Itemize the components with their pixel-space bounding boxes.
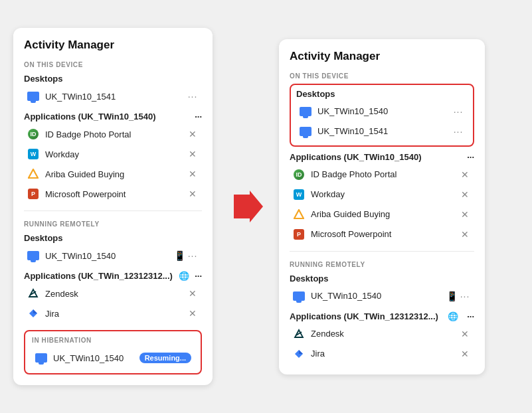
left-remote-apps-header: Applications (UK_TWin_12312312...) 🌐 ··· xyxy=(24,271,202,281)
left-panel-title: Activity Manager xyxy=(24,39,202,52)
close-button[interactable]: ✕ xyxy=(458,229,472,240)
desktop-icon xyxy=(292,289,306,303)
desktop-icon xyxy=(35,351,48,365)
close-button[interactable]: ✕ xyxy=(458,189,472,200)
powerpoint-icon: P xyxy=(292,228,306,241)
close-button[interactable]: ✕ xyxy=(186,288,199,299)
right-panel-title: Activity Manager xyxy=(290,50,474,63)
svg-marker-2 xyxy=(234,191,263,222)
list-item[interactable]: W Workday ✕ xyxy=(290,185,474,205)
close-button[interactable]: ✕ xyxy=(186,308,199,319)
mobile-icon: 📱 xyxy=(173,250,186,261)
left-running-remotely-label: RUNNING REMOTELY xyxy=(24,220,202,228)
close-button[interactable]: ✕ xyxy=(186,169,199,179)
arrow-indicator xyxy=(226,188,266,225)
badge-icon: ID xyxy=(27,127,40,141)
divider xyxy=(24,210,202,211)
left-on-this-device-label: ON THIS DEVICE xyxy=(24,61,202,68)
right-on-this-device-label: ON THIS DEVICE xyxy=(290,72,474,80)
more-options-button[interactable]: ··· xyxy=(452,126,465,137)
list-item[interactable]: Zendesk ✕ xyxy=(24,284,202,303)
right-applications-group-header: Applications (UK_TWin10_1540) ··· xyxy=(290,152,474,162)
list-item[interactable]: UK_TWin10_1540 📱 ··· xyxy=(290,286,474,306)
list-item[interactable]: W Workday ✕ xyxy=(24,144,202,164)
list-item[interactable]: Zendesk ✕ xyxy=(290,324,474,344)
list-item[interactable]: Ariba Guided Buying ✕ xyxy=(290,205,474,224)
close-button[interactable]: ✕ xyxy=(186,189,199,199)
list-item[interactable]: ID ID Badge Photo Portal ✕ xyxy=(290,165,474,185)
powerpoint-icon: P xyxy=(27,187,40,201)
list-item[interactable]: P Microsoft Powerpoint ✕ xyxy=(290,224,474,244)
close-button[interactable]: ✕ xyxy=(458,349,472,359)
right-remote-desktops-header: Desktops xyxy=(290,274,474,284)
right-running-remotely-label: RUNNING REMOTELY xyxy=(290,261,474,268)
workday-icon: W xyxy=(27,147,40,161)
svg-marker-3 xyxy=(294,210,304,218)
more-options-button[interactable]: ··· xyxy=(195,271,202,281)
globe-icon: 🌐 xyxy=(179,271,189,281)
list-item[interactable]: Ariba Guided Buying ✕ xyxy=(24,164,202,184)
list-item[interactable]: ID ID Badge Photo Portal ✕ xyxy=(24,124,202,144)
zendesk-icon xyxy=(27,287,40,300)
hibernation-label: IN HIBERNATION xyxy=(32,337,194,344)
more-options-button[interactable]: ··· xyxy=(458,291,472,301)
zendesk-icon xyxy=(292,327,306,341)
more-options-button[interactable]: ··· xyxy=(452,106,465,117)
right-desktops-group-header: Desktops xyxy=(296,89,468,99)
mobile-icon: 📱 xyxy=(445,291,458,301)
more-options-button[interactable]: ··· xyxy=(186,91,199,102)
list-item[interactable]: UK_TWin10_1541 ··· xyxy=(296,122,468,141)
desktop-icon xyxy=(27,90,40,103)
list-item[interactable]: UK_TWin10_1540 📱 ··· xyxy=(24,246,202,266)
close-button[interactable]: ✕ xyxy=(186,129,199,139)
selected-desktops-section: Desktops UK_TWin10_1540 ··· UK_TWin10_15… xyxy=(290,84,474,147)
list-item[interactable]: UK_TWin10_1540 ··· xyxy=(296,102,468,122)
badge-icon: ID xyxy=(292,168,306,181)
hibernation-item[interactable]: UK_TWin10_1540 Resuming... xyxy=(32,348,194,368)
close-button[interactable]: ✕ xyxy=(458,169,472,180)
list-item[interactable]: Jira ✕ xyxy=(290,344,474,364)
desktop-icon xyxy=(27,249,40,262)
left-remote-desktops-header: Desktops xyxy=(24,233,202,243)
left-applications-group-header: Applications (UK_TWin10_1540) ··· xyxy=(24,112,202,122)
left-desktops-group-header: Desktops xyxy=(24,74,202,84)
apps-more-options-button[interactable]: ··· xyxy=(195,112,202,122)
more-options-button[interactable]: ··· xyxy=(467,311,474,321)
desktop-icon xyxy=(299,105,312,118)
divider xyxy=(290,251,474,252)
close-button[interactable]: ✕ xyxy=(458,329,472,339)
workday-icon: W xyxy=(292,188,306,201)
list-item[interactable]: UK_TWin10_1541 ··· xyxy=(24,86,202,106)
right-remote-apps-header: Applications (UK_TWin_12312312...) 🌐 ··· xyxy=(290,311,474,321)
ariba-icon xyxy=(27,167,40,181)
close-button[interactable]: ✕ xyxy=(186,149,199,159)
list-item[interactable]: P Microsoft Powerpoint ✕ xyxy=(24,184,202,204)
jira-icon xyxy=(27,307,40,320)
close-button[interactable]: ✕ xyxy=(458,209,472,220)
desktop-icon xyxy=(299,125,312,138)
right-arrow-icon xyxy=(226,188,266,225)
right-activity-manager-panel: Activity Manager ON THIS DEVICE Desktops… xyxy=(279,39,485,374)
svg-marker-0 xyxy=(29,169,38,178)
jira-icon xyxy=(292,347,306,361)
left-activity-manager-panel: Activity Manager ON THIS DEVICE Desktops… xyxy=(13,28,213,385)
globe-icon: 🌐 xyxy=(448,311,458,321)
more-options-button[interactable]: ··· xyxy=(186,250,199,261)
resuming-badge: Resuming... xyxy=(139,353,191,363)
list-item[interactable]: Jira ✕ xyxy=(24,303,202,323)
apps-more-options-button[interactable]: ··· xyxy=(467,152,474,162)
hibernation-section: IN HIBERNATION UK_TWin10_1540 Resuming..… xyxy=(24,330,202,374)
ariba-icon xyxy=(292,208,306,221)
